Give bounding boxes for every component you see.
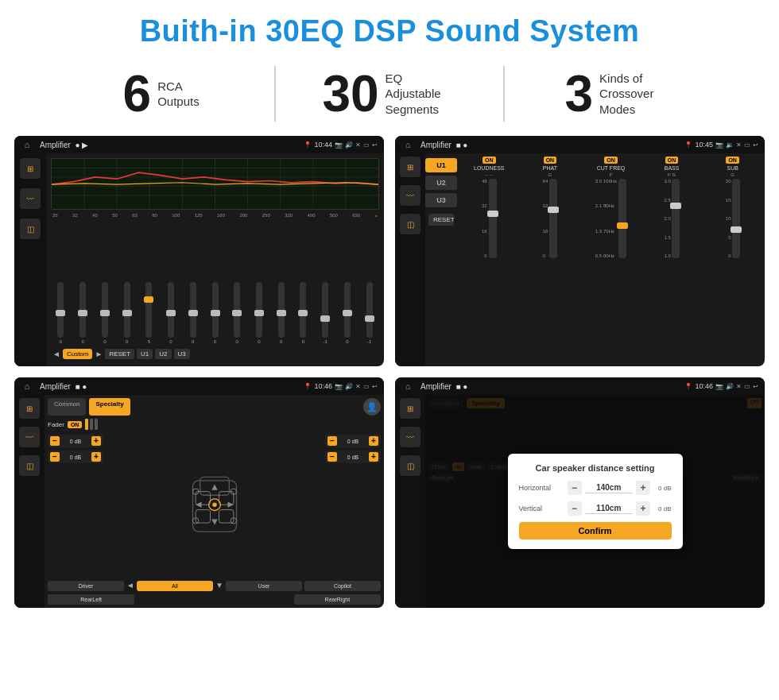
speaker-tabs: Common Specialty 👤 — [48, 398, 381, 416]
eq-filter-icon[interactable]: ⊞ — [20, 158, 41, 179]
stat-rca: 6 RCA Outputs — [48, 68, 274, 119]
user-btn[interactable]: User — [226, 581, 302, 591]
sub-track[interactable] — [732, 179, 740, 258]
eq-prev-btn[interactable]: ◄ — [52, 350, 60, 358]
copilot-btn[interactable]: Copilot — [304, 581, 381, 591]
amp-vol-icon[interactable]: ◫ — [400, 214, 421, 234]
svg-marker-23 — [196, 502, 201, 508]
all-btn[interactable]: All — [137, 581, 213, 591]
stat-eq: 30 EQ Adjustable Segments — [276, 68, 502, 119]
loudness-track[interactable] — [489, 179, 497, 258]
eq-thumb-0[interactable] — [56, 310, 65, 316]
driver-btn[interactable]: Driver — [48, 581, 124, 591]
camera-icon-2: 📷 — [715, 141, 723, 149]
cutfreq-track[interactable] — [618, 179, 626, 258]
status-title-1: Amplifier ● ▶ — [40, 141, 300, 149]
phat-track[interactable] — [549, 179, 557, 258]
speaker-sidebar: ⊞ 〰 ◫ — [14, 395, 45, 608]
location-icon-4: 📍 — [684, 383, 692, 390]
speaker-diagram-area: − 0 dB + − 0 dB + — [48, 435, 381, 578]
eq-vol-icon[interactable]: ◫ — [20, 219, 41, 239]
home-icon-2[interactable]: ⌂ — [401, 138, 414, 151]
sp-wave-icon[interactable]: 〰 — [19, 427, 40, 447]
speaker-right-db: − 0 dB + − 0 dB + — [325, 435, 381, 578]
home-icon-4[interactable]: ⌂ — [401, 380, 414, 393]
sp-vol-icon[interactable]: ◫ — [19, 455, 40, 476]
amp-filter-icon[interactable]: ⊞ — [400, 157, 421, 177]
window-icon-2: ▭ — [744, 141, 750, 149]
sp-profile-icon[interactable]: 👤 — [363, 398, 381, 416]
horizontal-minus-btn[interactable]: − — [568, 481, 582, 495]
camera-icon-4: 📷 — [715, 383, 723, 390]
dist-wave-icon[interactable]: 〰 — [400, 427, 421, 447]
eq-u3-btn[interactable]: U3 — [174, 349, 190, 359]
stats-row: 6 RCA Outputs 30 EQ Adjustable Segments … — [0, 58, 779, 136]
db-minus-4[interactable]: − — [327, 452, 337, 462]
car-diagram — [107, 435, 322, 578]
db-row-3: − 0 dB + — [325, 435, 381, 447]
window-icon-4: ▭ — [744, 383, 750, 390]
amp-u3-btn[interactable]: U3 — [425, 193, 457, 207]
horizontal-value: 140cm — [585, 483, 634, 493]
db-plus-2[interactable]: + — [91, 452, 101, 462]
sp-tab-common[interactable]: Common — [48, 398, 86, 416]
status-bar-1: ⌂ Amplifier ● ▶ 📍 10:44 📷 🔊 ✕ ▭ ↩ — [14, 136, 384, 153]
db-minus-3[interactable]: − — [327, 436, 337, 446]
eq-bottom-bar: ◄ Custom ► RESET U1 U2 U3 — [51, 346, 379, 362]
status-icons-2: 📍 10:45 📷 🔉 ✕ ▭ ↩ — [684, 141, 758, 149]
svg-rect-18 — [219, 510, 233, 524]
location-icon: 📍 — [304, 141, 312, 149]
camera-icon: 📷 — [335, 141, 343, 149]
db-plus-4[interactable]: + — [369, 452, 378, 462]
home-icon-3[interactable]: ⌂ — [21, 380, 33, 393]
vertical-minus-btn[interactable]: − — [568, 501, 582, 516]
down-arrow-btn[interactable]: ▼ — [215, 581, 223, 591]
eq-custom-btn[interactable]: Custom — [63, 349, 93, 359]
left-arrow-btn[interactable]: ◄ — [126, 581, 134, 591]
db-minus-1[interactable]: − — [50, 436, 60, 446]
db-plus-3[interactable]: + — [369, 436, 378, 446]
rearright-btn[interactable]: RearRight — [294, 594, 381, 605]
dist-vol-icon[interactable]: ◫ — [400, 455, 421, 476]
db-plus-1[interactable]: + — [91, 436, 101, 446]
screens-grid: ⌂ Amplifier ● ▶ 📍 10:44 📷 🔊 ✕ ▭ ↩ ⊞ 〰 ◫ — [0, 136, 779, 608]
back-icon-3: ↩ — [372, 383, 378, 390]
sp-filter-icon[interactable]: ⊞ — [19, 398, 40, 419]
eq-content: ⊞ 〰 ◫ — [14, 153, 384, 366]
eq-main: 25 32 40 50 63 80 100 125 160 200 250 32… — [46, 153, 384, 366]
loudness-on[interactable]: ON — [483, 157, 496, 164]
sp-tab-specialty[interactable]: Specialty — [89, 398, 130, 416]
phat-on[interactable]: ON — [544, 157, 557, 164]
speaker-main: Common Specialty 👤 Fader ON — [45, 395, 384, 608]
rearleft-btn[interactable]: RearLeft — [48, 594, 134, 605]
cutfreq-on[interactable]: ON — [604, 157, 618, 164]
horizontal-plus-btn[interactable]: + — [636, 481, 650, 495]
eq-next-btn[interactable]: ► — [95, 350, 103, 358]
svg-rect-17 — [196, 510, 210, 524]
status-bar-4: ⌂ Amplifier ■ ● 📍 10:46 📷 🔊 ✕ ▭ ↩ — [395, 377, 765, 395]
db-row-2: − 0 dB + — [48, 451, 103, 463]
eq-freq-labels: 25 32 40 50 63 80 100 125 160 200 250 32… — [51, 213, 379, 218]
eq-track-0[interactable] — [57, 282, 64, 338]
amp-u1-btn[interactable]: U1 — [425, 158, 457, 172]
location-icon-2: 📍 — [684, 141, 692, 149]
eq-u2-btn[interactable]: U2 — [155, 349, 171, 359]
eq-reset-btn[interactable]: RESET — [105, 349, 134, 359]
vertical-plus-btn[interactable]: + — [636, 501, 650, 516]
screen-eq: ⌂ Amplifier ● ▶ 📍 10:44 📷 🔊 ✕ ▭ ↩ ⊞ 〰 ◫ — [14, 136, 384, 366]
dist-filter-icon[interactable]: ⊞ — [400, 398, 421, 419]
bass-on[interactable]: ON — [665, 157, 679, 164]
amp-wave-icon[interactable]: 〰 — [400, 185, 421, 206]
horizontal-control: − 140cm + — [568, 481, 651, 495]
home-icon[interactable]: ⌂ — [21, 138, 33, 151]
db-minus-2[interactable]: − — [50, 452, 60, 462]
amp-reset-btn[interactable]: RESET — [428, 214, 454, 226]
eq-wave-icon[interactable]: 〰 — [20, 188, 41, 209]
fader-on-btn[interactable]: ON — [68, 421, 83, 428]
confirm-button[interactable]: Confirm — [519, 522, 672, 540]
eq-u1-btn[interactable]: U1 — [137, 349, 153, 359]
amp-u-buttons: U1 U2 U3 RESET — [425, 153, 457, 366]
bass-track[interactable] — [672, 179, 680, 258]
sub-on[interactable]: ON — [726, 157, 739, 164]
amp-u2-btn[interactable]: U2 — [425, 176, 457, 190]
